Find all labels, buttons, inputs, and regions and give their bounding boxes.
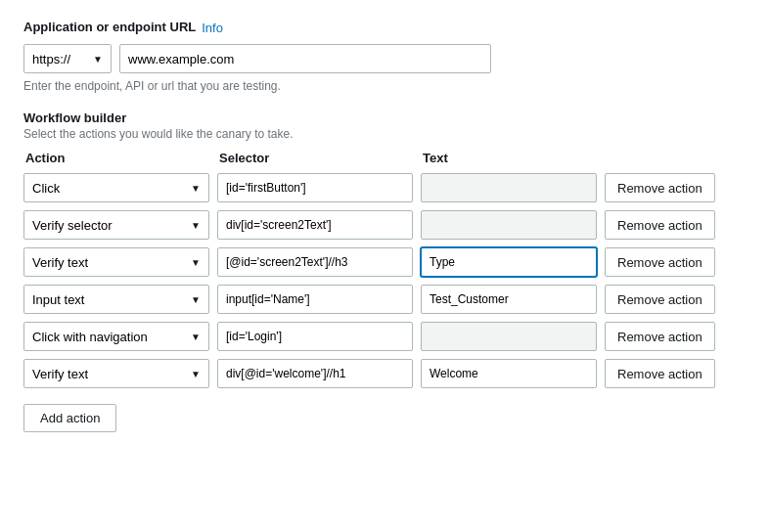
- remove-action-button[interactable]: Remove action: [605, 210, 715, 240]
- action-chevron-icon: ▼: [191, 183, 201, 194]
- action-select[interactable]: ClickVerify selectorVerify textInput tex…: [32, 367, 187, 381]
- selector-input[interactable]: [217, 285, 413, 314]
- action-chevron-icon: ▼: [191, 369, 201, 379]
- workflow-subtitle: Select the actions you would like the ca…: [23, 127, 747, 141]
- table-row: ClickVerify selectorVerify textInput tex…: [23, 285, 747, 314]
- table-row: ClickVerify selectorVerify textInput tex…: [23, 322, 747, 351]
- action-chevron-icon: ▼: [191, 220, 201, 231]
- url-info-link[interactable]: Info: [202, 21, 223, 35]
- action-select-wrapper[interactable]: ClickVerify selectorVerify textInput tex…: [23, 359, 209, 388]
- action-select[interactable]: ClickVerify selectorVerify textInput tex…: [32, 292, 187, 307]
- text-input: [421, 210, 597, 240]
- remove-action-button[interactable]: Remove action: [605, 285, 715, 314]
- protocol-chevron-icon: ▼: [93, 54, 103, 65]
- url-section: Application or endpoint URL Info https:/…: [23, 20, 747, 93]
- text-input[interactable]: [421, 359, 597, 388]
- text-input[interactable]: [421, 247, 597, 277]
- action-chevron-icon: ▼: [191, 294, 201, 305]
- table-row: ClickVerify selectorVerify textInput tex…: [23, 247, 747, 277]
- url-input[interactable]: [119, 44, 491, 73]
- column-headers: Action Selector Text: [23, 151, 747, 165]
- protocol-select-wrapper[interactable]: https:// http:// ▼: [23, 44, 112, 73]
- col-header-action: Action: [25, 151, 211, 165]
- action-select-wrapper[interactable]: ClickVerify selectorVerify textInput tex…: [23, 247, 209, 277]
- remove-action-button[interactable]: Remove action: [605, 322, 715, 351]
- selector-input[interactable]: [217, 173, 413, 202]
- action-select-wrapper[interactable]: ClickVerify selectorVerify textInput tex…: [23, 210, 209, 240]
- url-section-header: Application or endpoint URL Info: [23, 20, 747, 36]
- workflow-section: Workflow builder Select the actions you …: [23, 111, 747, 432]
- action-select[interactable]: ClickVerify selectorVerify textInput tex…: [32, 255, 187, 270]
- action-select-wrapper[interactable]: ClickVerify selectorVerify textInput tex…: [23, 322, 209, 351]
- action-select-wrapper[interactable]: ClickVerify selectorVerify textInput tex…: [23, 173, 209, 202]
- action-chevron-icon: ▼: [191, 332, 201, 342]
- col-header-text: Text: [423, 151, 599, 165]
- action-select[interactable]: ClickVerify selectorVerify textInput tex…: [32, 330, 187, 344]
- url-hint: Enter the endpoint, API or url that you …: [23, 79, 747, 93]
- url-row: https:// http:// ▼: [23, 44, 747, 73]
- action-select[interactable]: ClickVerify selectorVerify textInput tex…: [32, 218, 187, 233]
- action-select[interactable]: ClickVerify selectorVerify textInput tex…: [32, 181, 187, 196]
- workflow-title: Workflow builder: [23, 111, 747, 125]
- action-chevron-icon: ▼: [191, 257, 201, 268]
- selector-input[interactable]: [217, 247, 413, 277]
- col-header-selector: Selector: [219, 151, 415, 165]
- remove-action-button[interactable]: Remove action: [605, 173, 715, 202]
- url-section-title: Application or endpoint URL: [23, 20, 196, 34]
- add-action-button[interactable]: Add action: [23, 404, 116, 432]
- table-row: ClickVerify selectorVerify textInput tex…: [23, 173, 747, 202]
- text-input[interactable]: [421, 285, 597, 314]
- action-rows: ClickVerify selectorVerify textInput tex…: [23, 173, 747, 388]
- table-row: ClickVerify selectorVerify textInput tex…: [23, 210, 747, 240]
- action-select-wrapper[interactable]: ClickVerify selectorVerify textInput tex…: [23, 285, 209, 314]
- selector-input[interactable]: [217, 210, 413, 240]
- selector-input[interactable]: [217, 322, 413, 351]
- protocol-select[interactable]: https:// http://: [32, 52, 89, 66]
- table-row: ClickVerify selectorVerify textInput tex…: [23, 359, 747, 388]
- text-input: [421, 322, 597, 351]
- selector-input[interactable]: [217, 359, 413, 388]
- text-input: [421, 173, 597, 202]
- remove-action-button[interactable]: Remove action: [605, 247, 715, 277]
- remove-action-button[interactable]: Remove action: [605, 359, 715, 388]
